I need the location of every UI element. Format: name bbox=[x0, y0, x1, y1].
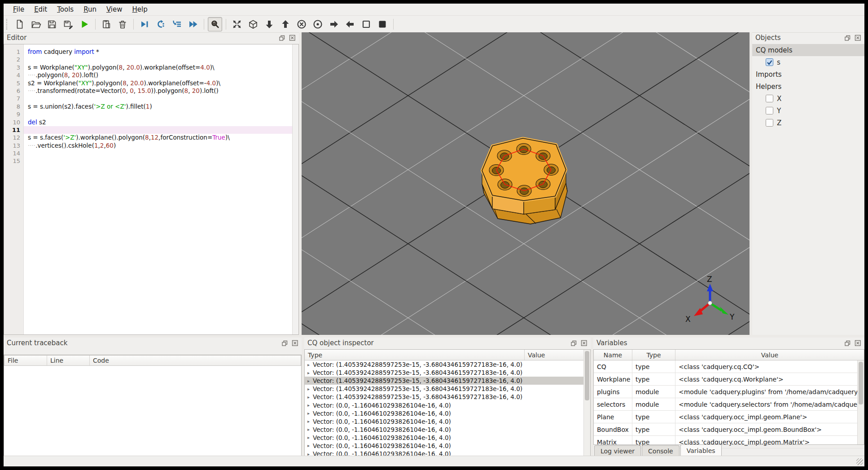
delete-icon[interactable] bbox=[115, 17, 130, 31]
code-line-13[interactable]: ····.vertices().cskHole(1,2,60) bbox=[24, 142, 292, 149]
tree-item-y[interactable]: Y bbox=[752, 105, 864, 117]
tab-console[interactable]: Console bbox=[642, 445, 679, 456]
resize-grip[interactable] bbox=[856, 458, 863, 465]
column-header-name[interactable]: Name bbox=[594, 350, 632, 360]
checkbox-unchecked-icon[interactable] bbox=[766, 107, 773, 114]
variable-row-selectors[interactable]: selectorsmodule<module 'cadquery.selecto… bbox=[594, 398, 864, 411]
scrollbar-thumb[interactable] bbox=[859, 362, 863, 404]
code-line-1[interactable]: from cadquery import * bbox=[24, 48, 292, 56]
column-header-value[interactable]: Value bbox=[525, 350, 590, 360]
tree-item-x[interactable]: X bbox=[752, 92, 864, 105]
code-line-15[interactable] bbox=[24, 157, 292, 165]
viewport-3d[interactable]: Z X Y bbox=[302, 32, 750, 335]
code-line-12[interactable]: s = s.faces('>Z').workplane().polygon(8,… bbox=[24, 134, 292, 141]
editor-vscrollbar[interactable] bbox=[292, 44, 298, 334]
expand-arrow-icon[interactable]: ▸ bbox=[307, 387, 310, 391]
expand-arrow-icon[interactable]: ▸ bbox=[307, 419, 310, 424]
tree-item-z[interactable]: Z bbox=[752, 117, 864, 129]
inspector-row[interactable]: ▸Vector: (1.4053924288597253e-15, -3.680… bbox=[305, 360, 590, 369]
code-line-2[interactable] bbox=[24, 56, 292, 63]
wireframe-icon[interactable] bbox=[359, 17, 373, 31]
tree-item-helpers[interactable]: Helpers bbox=[752, 80, 864, 92]
close-dock-icon[interactable] bbox=[854, 34, 861, 41]
code-line-7[interactable] bbox=[24, 95, 292, 102]
toolbar-drag-handle[interactable] bbox=[6, 19, 10, 30]
column-header-code[interactable]: Code bbox=[90, 356, 301, 365]
code-area[interactable]: from cadquery import *s = Workplane("XY"… bbox=[24, 44, 292, 334]
code-line-4[interactable]: ····.polygon(8, 20).loft() bbox=[24, 71, 292, 79]
inspector-row[interactable]: ▸Vector: (0.0, -1.1604610293826104e-16, … bbox=[305, 409, 590, 417]
column-header-value[interactable]: Value bbox=[675, 350, 864, 360]
code-line-14[interactable] bbox=[24, 149, 292, 157]
menu-help[interactable]: Help bbox=[127, 4, 153, 15]
view-bottom-icon[interactable] bbox=[262, 17, 276, 31]
zoom-icon[interactable] bbox=[208, 17, 222, 31]
view-back-icon[interactable] bbox=[311, 17, 325, 31]
cad-model[interactable] bbox=[482, 138, 567, 224]
float-dock-icon[interactable] bbox=[844, 34, 851, 41]
inspector-vscrollbar[interactable] bbox=[583, 350, 590, 456]
menu-run[interactable]: Run bbox=[79, 4, 101, 15]
debug-run-icon[interactable] bbox=[137, 17, 152, 31]
code-line-5[interactable]: s2 = Workplane("XY").polygon(8, 20.0).wo… bbox=[24, 79, 292, 87]
variables-vscrollbar[interactable] bbox=[857, 360, 864, 444]
expand-arrow-icon[interactable]: ▸ bbox=[307, 411, 310, 416]
open-file-icon[interactable] bbox=[29, 17, 43, 31]
column-header-type[interactable]: Type bbox=[305, 350, 525, 360]
variable-row-boundbox[interactable]: BoundBoxtype<class 'cadquery.occ_impl.ge… bbox=[594, 423, 864, 436]
column-header-type[interactable]: Type bbox=[632, 350, 675, 360]
shaded-icon[interactable] bbox=[375, 17, 390, 31]
close-dock-icon[interactable] bbox=[291, 339, 298, 347]
inspector-row[interactable]: ▸Vector: (1.4053924288597253e-15, -3.680… bbox=[305, 393, 590, 401]
variable-row-cq[interactable]: CQtype<class 'cadquery.cq.CQ'> bbox=[594, 360, 864, 373]
expand-arrow-icon[interactable]: ▸ bbox=[307, 427, 310, 432]
checkbox-unchecked-icon[interactable] bbox=[766, 95, 773, 102]
clipboard-icon[interactable] bbox=[99, 17, 114, 31]
expand-arrow-icon[interactable]: ▸ bbox=[307, 362, 310, 367]
variable-row-plugins[interactable]: pluginsmodule<module 'cadquery.plugins' … bbox=[594, 386, 864, 398]
inspector-row[interactable]: ▸Vector: (1.4053924288597253e-15, -3.680… bbox=[305, 385, 590, 393]
tree-item-s[interactable]: s bbox=[752, 56, 864, 68]
float-dock-icon[interactable] bbox=[570, 339, 577, 347]
inspector-row[interactable]: ▸Vector: (1.4053924288597253e-15, -3.680… bbox=[305, 369, 590, 377]
code-line-6[interactable]: ····.transformed(rotate=Vector(0, 0, 15.… bbox=[24, 87, 292, 95]
tab-log-viewer[interactable]: Log viewer bbox=[594, 445, 641, 456]
code-editor[interactable]: 123456789101112131415 from cadquery impo… bbox=[4, 44, 299, 335]
column-header-file[interactable]: File bbox=[4, 356, 47, 365]
fit-view-icon[interactable] bbox=[230, 17, 244, 31]
step-into-icon[interactable] bbox=[170, 17, 184, 31]
inspector-row[interactable]: ▸Vector: (0.0, -1.1604610293826104e-16, … bbox=[305, 417, 590, 426]
float-dock-icon[interactable] bbox=[281, 339, 288, 347]
expand-arrow-icon[interactable]: ▸ bbox=[307, 378, 310, 383]
checkbox-checked-icon[interactable] bbox=[766, 58, 773, 66]
save-icon[interactable] bbox=[45, 17, 59, 31]
menu-view[interactable]: View bbox=[101, 4, 127, 15]
column-header-line[interactable]: Line bbox=[47, 356, 90, 365]
checkbox-unchecked-icon[interactable] bbox=[766, 119, 773, 127]
step-over-icon[interactable] bbox=[153, 17, 168, 31]
inspector-row[interactable]: ▸Vector: (0.0, -1.1604610293826104e-16, … bbox=[305, 442, 590, 450]
continue-icon[interactable] bbox=[186, 17, 200, 31]
inspector-row[interactable]: ▸Vector: (1.4053924288597253e-15, -3.680… bbox=[305, 377, 590, 385]
run-icon[interactable] bbox=[77, 17, 92, 31]
expand-arrow-icon[interactable]: ▸ bbox=[307, 452, 310, 456]
close-dock-icon[interactable] bbox=[854, 339, 861, 347]
expand-arrow-icon[interactable]: ▸ bbox=[307, 370, 310, 375]
code-line-9[interactable] bbox=[24, 110, 292, 118]
variable-row-workplane[interactable]: Workplanetype<class 'cadquery.cq.Workpla… bbox=[594, 373, 864, 386]
expand-arrow-icon[interactable]: ▸ bbox=[307, 435, 310, 440]
float-dock-icon[interactable] bbox=[278, 34, 285, 41]
tree-item-imports[interactable]: Imports bbox=[752, 68, 864, 80]
code-line-8[interactable]: s = s.union(s2).faces('>Z or <Z').fillet… bbox=[24, 103, 292, 110]
code-line-11[interactable] bbox=[24, 126, 292, 134]
expand-arrow-icon[interactable]: ▸ bbox=[307, 403, 310, 408]
view-top-icon[interactable] bbox=[278, 17, 293, 31]
expand-arrow-icon[interactable]: ▸ bbox=[307, 395, 310, 400]
inspector-row[interactable]: ▸Vector: (0.0, -1.1604610293826104e-16, … bbox=[305, 450, 590, 456]
code-line-10[interactable]: del s2 bbox=[24, 119, 292, 126]
code-line-3[interactable]: s = Workplane("XY").polygon(8, 20.0).wor… bbox=[24, 64, 292, 71]
menu-tools[interactable]: Tools bbox=[52, 4, 79, 15]
variable-row-plane[interactable]: Planetype<class 'cadquery.occ_impl.geom.… bbox=[594, 411, 864, 423]
expand-arrow-icon[interactable]: ▸ bbox=[307, 443, 310, 448]
inspector-row[interactable]: ▸Vector: (0.0, -1.1604610293826104e-16, … bbox=[305, 434, 590, 442]
